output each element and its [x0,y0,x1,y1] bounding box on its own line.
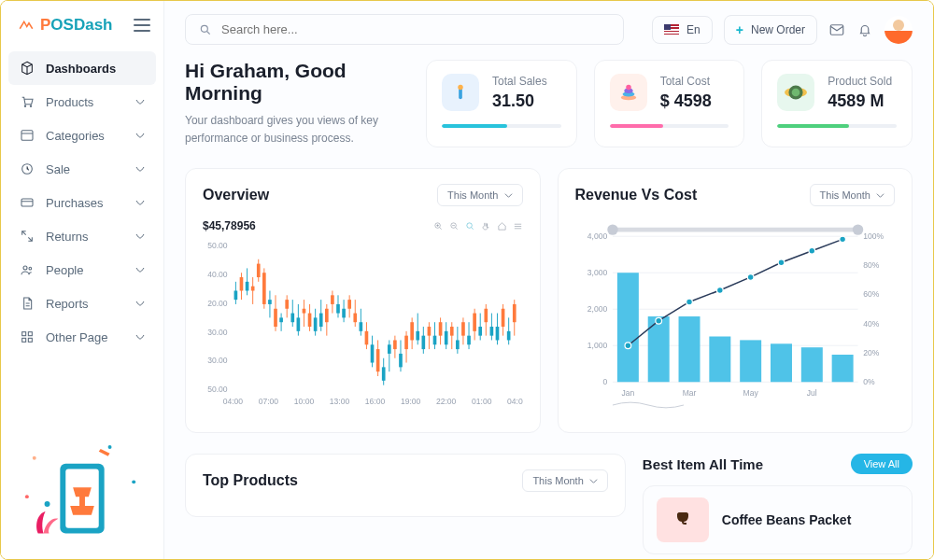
svg-rect-70 [331,296,334,305]
cart-icon [20,94,35,109]
product-image [657,497,709,542]
svg-text:May: May [743,389,758,399]
svg-rect-128 [496,327,500,340]
chevron-down-icon [135,332,145,342]
svg-point-10 [132,480,135,483]
svg-point-3 [23,266,27,270]
best-item-title: Best Item All Time [643,456,763,472]
progress-bar [442,124,561,128]
best-item-section: Best Item All Time View All Coffee Beans… [643,454,913,554]
pan-icon[interactable] [481,221,491,231]
svg-rect-116 [461,323,465,336]
svg-rect-38 [240,277,244,290]
revenue-period-dropdown[interactable]: This Month [810,184,895,206]
svg-point-15 [201,25,207,32]
stat-label: Total Cost [660,75,712,88]
top-products-period-dropdown[interactable]: This Month [522,469,607,492]
svg-point-176 [778,259,785,266]
svg-rect-50 [274,309,277,327]
svg-point-9 [108,445,112,449]
nav-reports[interactable]: Reports [8,287,156,320]
bell-icon[interactable] [856,21,873,38]
language-picker[interactable]: En [652,16,713,44]
svg-rect-16 [830,24,843,35]
nav-label: Sale [46,162,70,176]
nav-label: Other Page [46,330,108,344]
nav-people[interactable]: People [8,253,156,287]
svg-rect-72 [336,304,340,314]
chevron-down-icon [135,299,145,308]
stat-value: 31.50 [492,91,547,111]
svg-rect-0 [21,131,33,141]
search-input[interactable] [221,22,610,36]
stat-product-sold: Product Sold 4589 M [761,60,913,147]
svg-rect-36 [234,291,238,301]
zoom-in-icon[interactable] [433,221,444,231]
svg-rect-94 [399,354,403,367]
svg-point-8 [33,455,36,459]
svg-rect-2 [21,199,33,206]
svg-text:1,000: 1,000 [587,341,607,350]
nav-dashboards[interactable]: Dashboards [8,51,156,85]
sales-icon [442,74,479,111]
sidebar: PPOSDashOSDash Dashboards Products Categ… [1,1,164,559]
svg-point-177 [808,248,814,255]
zoom-out-icon[interactable] [449,221,460,231]
overview-card: Overview This Month $45,78956 [185,168,541,433]
svg-point-145 [607,225,617,235]
mail-icon[interactable] [828,21,845,38]
svg-text:16:00: 16:00 [365,397,386,406]
svg-text:10:00: 10:00 [294,397,315,406]
greeting-title: Hi Graham, Good Morning [185,60,409,105]
nav-returns[interactable]: Returns [8,219,156,253]
svg-point-175 [747,274,754,281]
new-order-button[interactable]: + New Order [724,15,817,45]
overview-amount: $45,78956 [203,219,256,232]
language-label: En [686,23,700,36]
svg-rect-68 [325,309,329,322]
nav-label: Categories [46,129,105,143]
svg-rect-122 [478,327,482,336]
nav-other[interactable]: Other Page [8,320,156,354]
svg-text:0%: 0% [863,377,875,386]
svg-rect-98 [410,323,414,341]
plus-icon: + [736,22,743,37]
revenue-chart: 01,0002,0003,0004,0000%20%40%60%80%100%J… [575,216,896,412]
svg-rect-134 [513,304,517,322]
shrink-icon [20,229,35,244]
svg-text:19:00: 19:00 [401,397,421,406]
svg-text:22:00: 22:00 [436,397,457,406]
svg-rect-108 [439,323,443,336]
brand-name: PPOSDashOSDash [40,16,112,35]
menu-toggle-icon[interactable] [134,19,150,32]
best-item-card[interactable]: Coffee Beans Packet [643,485,913,554]
zoom-icon[interactable] [465,221,475,231]
svg-point-172 [655,318,661,325]
logo-icon [18,17,35,34]
svg-point-18 [458,85,463,91]
home-icon[interactable] [497,221,507,231]
svg-text:2,000: 2,000 [587,304,607,314]
nav: Dashboards Products Categories Sale Purc… [1,46,163,432]
view-all-button[interactable]: View All [851,454,913,474]
overview-period-dropdown[interactable]: This Month [437,184,522,206]
svg-point-171 [625,343,631,349]
nav-label: Products [46,95,93,109]
svg-text:20.00: 20.00 [207,299,228,308]
nav-sale[interactable]: Sale [8,152,156,186]
svg-rect-44 [257,264,261,277]
nav-categories[interactable]: Categories [8,119,156,152]
svg-rect-86 [376,349,380,371]
svg-rect-170 [831,355,853,382]
brand-logo[interactable]: PPOSDashOSDash [18,16,112,35]
menu-icon[interactable] [513,221,523,231]
search-box[interactable] [185,14,624,45]
chevron-down-icon [135,164,145,174]
svg-rect-110 [445,331,448,344]
user-avatar[interactable] [884,16,913,44]
nav-products[interactable]: Products [8,85,156,119]
svg-point-14 [45,501,50,507]
nav-purchases[interactable]: Purchases [8,186,156,219]
chevron-down-icon [135,231,145,241]
svg-text:Jul: Jul [806,389,816,399]
